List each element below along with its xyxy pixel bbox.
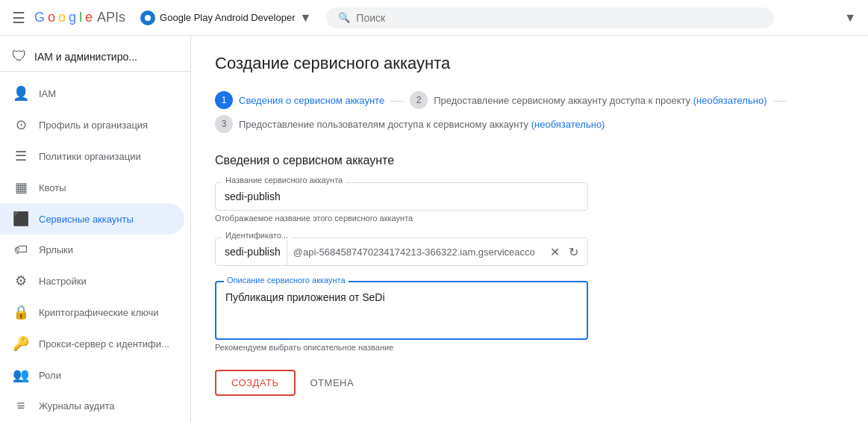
proxy-icon: 🔑 — [12, 335, 30, 352]
logo-apis: APIs — [97, 10, 125, 25]
form-section: Сведения о сервисном аккаунте Название с… — [215, 154, 844, 396]
sidebar-item-roles-label: Роли — [39, 370, 61, 381]
roles-icon: 👥 — [12, 367, 30, 383]
sidebar-item-iam-label: IAM — [39, 88, 56, 99]
sidebar-item-crypto-keys-label: Криптографические ключи — [39, 307, 159, 318]
topbar: ☰ GoogleAPIs Google Play Android Develop… — [0, 0, 868, 36]
desc-field-hint: Рекомендуем выбрать описательное названи… — [215, 343, 844, 352]
main-content: Создание сервисного аккаунта 1 Сведения … — [191, 36, 868, 422]
project-dot-inner — [145, 15, 151, 21]
search-input[interactable] — [356, 12, 762, 24]
crypto-keys-icon: 🔒 — [12, 304, 30, 320]
id-form-group: Идентификато... sedi-publish @api-568458… — [215, 238, 844, 266]
sidebar-item-settings-label: Настройки — [39, 276, 87, 287]
name-form-group: Название сервисного аккаунта Отображаемо… — [215, 182, 844, 223]
step-3-label: Предоставление пользователям доступа к с… — [239, 119, 605, 130]
search-icon: 🔍 — [338, 12, 350, 23]
settings-icon: ⚙ — [12, 273, 30, 289]
step-2: 2 Предоставление сервисному аккаунту дос… — [410, 91, 766, 109]
name-field-hint: Отображаемое название этого сервисного а… — [215, 214, 844, 223]
sidebar-item-service-accounts[interactable]: ⬛ Сервисные аккаунты — [0, 203, 184, 235]
identifier-wrapper: sedi-publish @api-568458747023417421​3-3… — [215, 238, 588, 266]
logo-e: e — [85, 10, 93, 25]
service-accounts-icon: ⬛ — [12, 211, 30, 227]
app-layout: 🛡 IAM и администиро... 👤 IAM ⊙ Профиль и… — [0, 36, 868, 422]
step-3-number: 3 — [215, 115, 233, 133]
stepper-row1: 1 Сведения о сервисном аккаунте — 2 Пред… — [215, 91, 844, 109]
sidebar-nav: 👤 IAM ⊙ Профиль и организация ☰ Политики… — [0, 72, 190, 422]
desc-form-group: Описание сервисного аккаунта Публикация … — [215, 281, 844, 352]
audit-logs-icon: ≡ — [12, 398, 30, 414]
step-2-label: Предоставление сервисному аккаунту досту… — [434, 95, 766, 106]
sidebar-item-labels-label: Ярлыки — [39, 244, 73, 255]
sidebar-item-quotas[interactable]: ▦ Квоты — [0, 172, 184, 203]
sidebar-header-title: IAM и администиро... — [34, 51, 137, 63]
google-apis-logo: GoogleAPIs — [34, 10, 125, 25]
sidebar: 🛡 IAM и администиро... 👤 IAM ⊙ Профиль и… — [0, 36, 191, 422]
sidebar-item-labels[interactable]: 🏷 Ярлыки — [0, 235, 184, 265]
sidebar-header: 🛡 IAM и администиро... — [0, 36, 190, 72]
step-3-optional: (необязательно) — [531, 119, 605, 130]
stepper-row2: 3 Предоставление пользователям доступа к… — [215, 115, 844, 133]
topbar-right: ▼ — [844, 11, 856, 25]
step-1-label: Сведения о сервисном аккаунте — [239, 95, 384, 106]
topbar-dropdown-icon[interactable]: ▼ — [844, 11, 856, 25]
create-button[interactable]: СОЗДАТЬ — [215, 370, 296, 396]
clear-identifier-button[interactable]: ✕ — [547, 242, 563, 262]
cancel-button[interactable]: ОТМЕНА — [307, 371, 357, 394]
refresh-identifier-button[interactable]: ↻ — [566, 242, 581, 262]
logo-g: G — [34, 10, 45, 25]
hamburger-icon[interactable]: ☰ — [12, 9, 25, 27]
topbar-left: ☰ GoogleAPIs Google Play Android Develop… — [12, 7, 317, 28]
project-dot-icon — [140, 10, 155, 25]
search-bar[interactable]: 🔍 — [326, 7, 774, 28]
logo-g2: g — [69, 10, 76, 25]
button-row: СОЗДАТЬ ОТМЕНА — [215, 370, 844, 396]
sidebar-item-proxy[interactable]: 🔑 Прокси-сервер с идентифи... — [0, 328, 184, 359]
profile-icon: ⊙ — [12, 117, 30, 133]
step-2-optional: (необязательно) — [693, 95, 767, 106]
project-name: Google Play Android Developer — [160, 12, 295, 23]
sidebar-item-settings[interactable]: ⚙ Настройки — [0, 265, 184, 297]
step-1-number: 1 — [215, 91, 233, 109]
description-textarea[interactable]: Публикация приложения от SeDi — [216, 282, 587, 336]
form-section-title: Сведения о сервисном аккаунте — [215, 154, 844, 167]
quotas-icon: ▦ — [12, 179, 30, 196]
sidebar-item-profile[interactable]: ⊙ Профиль и организация — [0, 109, 184, 140]
service-account-name-input[interactable] — [215, 182, 588, 211]
name-field-label: Название сервисного аккаунта — [222, 176, 346, 184]
sidebar-item-policies-label: Политики организации — [39, 151, 141, 162]
step-2-number: 2 — [410, 91, 428, 109]
divider-1: — — [390, 93, 404, 108]
iam-icon: 👤 — [12, 85, 30, 102]
project-dropdown-arrow: ▼ — [299, 11, 311, 25]
sidebar-item-policies[interactable]: ☰ Политики организации — [0, 140, 184, 172]
identifier-email: @api-568458747023417421​3-366322.iam.gse… — [287, 239, 547, 265]
sidebar-item-crypto-keys[interactable]: 🔒 Криптографические ключи — [0, 297, 184, 328]
sidebar-item-proxy-label: Прокси-сервер с идентифи... — [39, 338, 169, 350]
identifier-actions: ✕ ↻ — [547, 242, 581, 262]
labels-icon: 🏷 — [12, 242, 30, 258]
step-1: 1 Сведения о сервисном аккаунте — [215, 91, 384, 109]
sidebar-item-audit-logs[interactable]: ≡ Журналы аудита — [0, 391, 184, 421]
policies-icon: ☰ — [12, 148, 30, 164]
sidebar-item-iam[interactable]: 👤 IAM — [0, 78, 184, 109]
stepper: 1 Сведения о сервисном аккаунте — 2 Пред… — [215, 91, 844, 133]
shield-icon: 🛡 — [12, 48, 27, 65]
desc-field-label: Описание сервисного аккаунта — [224, 276, 349, 285]
sidebar-item-service-accounts-label: Сервисные аккаунты — [39, 214, 134, 225]
sidebar-item-quotas-label: Квоты — [39, 182, 66, 193]
logo-o2: o — [58, 10, 66, 25]
logo-l: l — [79, 10, 82, 25]
sidebar-item-roles[interactable]: 👥 Роли — [0, 359, 184, 391]
identifier-prefix: sedi-publish — [222, 238, 287, 265]
sidebar-item-profile-label: Профиль и организация — [39, 120, 148, 131]
textarea-wrapper: Описание сервисного аккаунта Публикация … — [215, 281, 588, 340]
divider-2: — — [772, 93, 786, 108]
sidebar-item-audit-logs-label: Журналы аудита — [39, 400, 114, 412]
project-selector[interactable]: Google Play Android Developer ▼ — [134, 7, 317, 28]
logo-o1: o — [48, 10, 55, 25]
page-title: Создание сервисного аккаунта — [215, 54, 844, 73]
id-field-label: Идентификато... — [222, 231, 291, 240]
step-3: 3 Предоставление пользователям доступа к… — [215, 115, 605, 133]
